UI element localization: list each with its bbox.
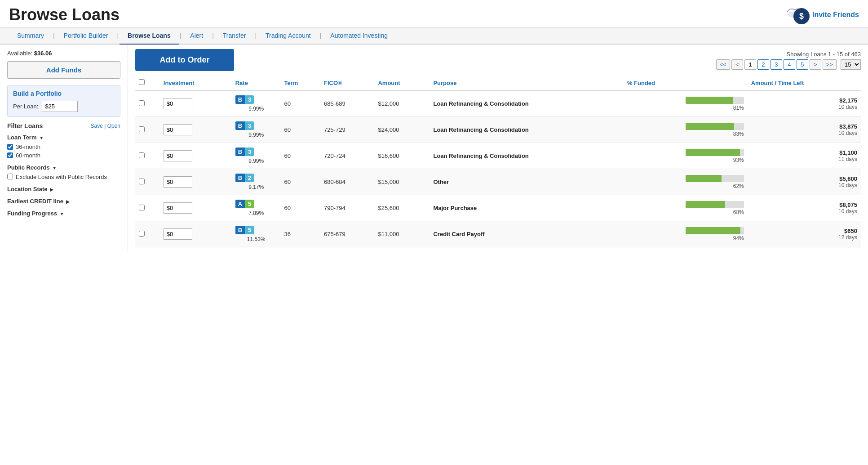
fico-cell-1: 725-729 <box>320 117 374 143</box>
location-state-arrow: ▶ <box>50 187 53 192</box>
rate-pct-0: 9.99% <box>235 106 277 112</box>
purpose-text-4: Major Purchase <box>433 205 477 211</box>
add-funds-button[interactable]: Add Funds <box>7 61 120 79</box>
page-5[interactable]: 5 <box>797 59 808 70</box>
row-checkbox-input-3[interactable] <box>139 179 145 184</box>
public-records-arrow: ▼ <box>52 165 57 170</box>
term-60-label: 60-month <box>16 152 40 159</box>
nav-alert[interactable]: Alert <box>182 27 211 45</box>
amount-cell-5: $11,000 <box>374 221 430 247</box>
page-next-next[interactable]: >> <box>823 59 837 70</box>
investment-input-5[interactable] <box>164 228 192 240</box>
term-36-label: 36-month <box>16 143 40 150</box>
select-all-checkbox[interactable] <box>139 79 145 85</box>
investment-cell-1 <box>160 117 232 143</box>
row-checkbox-input-1[interactable] <box>139 126 145 132</box>
available-label: Available: <box>7 50 32 57</box>
term-60-checkbox[interactable] <box>7 152 13 158</box>
funding-progress-label[interactable]: Funding Progress ▼ <box>7 210 120 217</box>
investment-input-4[interactable] <box>164 202 192 214</box>
main-nav: Summary | Portfolio Builder | Browse Loa… <box>0 27 868 45</box>
amount-time-cell-4: $8,07510 days <box>748 195 861 221</box>
investment-input-1[interactable] <box>164 124 192 135</box>
row-checkbox-input-2[interactable] <box>139 152 145 158</box>
row-checkbox-input-4[interactable] <box>139 205 145 210</box>
invite-friends-area: $ Invite Friends <box>786 5 859 24</box>
purpose-cell-3: Other <box>430 169 623 195</box>
filter-loans-title: Filter Loans <box>7 122 43 130</box>
per-loan-input[interactable] <box>42 101 78 112</box>
rate-pct-5: 11.53% <box>235 236 277 242</box>
funded-cell-1: 83% <box>624 117 748 143</box>
exclude-public-records-row: Exclude Loans with Public Records <box>7 174 120 180</box>
page-prev-prev[interactable]: << <box>716 59 730 70</box>
row-checkbox-input-0[interactable] <box>139 100 145 106</box>
purpose-text-0: Loan Refinancing & Consolidation <box>433 100 528 107</box>
nav-summary[interactable]: Summary <box>9 27 52 45</box>
table-header-row: Investment Rate Term FICO® Amount Purpos… <box>135 76 861 90</box>
content-area: Available: $36.06 Add Funds Build a Port… <box>0 45 868 252</box>
row-checkbox-1 <box>135 117 160 143</box>
pagination-area: Showing Loans 1 - 15 of 463 << < 1 2 3 4… <box>716 51 861 70</box>
col-rate[interactable]: Rate <box>232 76 281 90</box>
investment-input-2[interactable] <box>164 150 192 161</box>
page-next[interactable]: > <box>810 59 821 70</box>
main-content: Add to Order Showing Loans 1 - 15 of 463… <box>128 45 868 252</box>
grade-number-0: 3 <box>245 95 254 104</box>
nav-transfer[interactable]: Transfer <box>215 27 254 45</box>
amount-left-5: $650 <box>751 228 857 234</box>
loan-term-label[interactable]: Loan Term ▼ <box>7 134 120 141</box>
term-36-checkbox[interactable] <box>7 144 13 150</box>
per-loan-label: Per Loan: <box>13 103 38 110</box>
fico-cell-3: 680-684 <box>320 169 374 195</box>
amount-cell-3: $15,000 <box>374 169 430 195</box>
purpose-text-5: Credit Card Payoff <box>433 231 484 237</box>
time-left-1: 10 days <box>751 130 857 136</box>
filter-location-state: Location State ▶ <box>7 186 120 192</box>
col-amount-time[interactable]: Amount / Time Left <box>748 76 861 90</box>
exclude-public-records-checkbox[interactable] <box>7 174 13 179</box>
grade-number-3: 2 <box>245 174 254 182</box>
investment-input-0[interactable] <box>164 98 192 109</box>
public-records-label[interactable]: Public Records ▼ <box>7 164 120 171</box>
nav-automated-investing[interactable]: Automated Investing <box>322 27 396 45</box>
page-prev[interactable]: < <box>731 59 743 70</box>
col-term: Term <box>281 76 320 90</box>
row-checkbox-input-5[interactable] <box>139 231 145 237</box>
nav-sep-6: | <box>319 32 323 39</box>
per-page-select[interactable]: 15 25 50 <box>841 59 861 70</box>
invite-friends-link[interactable]: Invite Friends <box>812 11 859 19</box>
term-cell-0: 60 <box>281 90 320 117</box>
table-row: B39.99%60725-729$24,000Loan Refinancing … <box>135 117 861 143</box>
page-4[interactable]: 4 <box>784 59 795 70</box>
table-row: B29.17%60680-684$15,000Other62%$5,60010 … <box>135 169 861 195</box>
sidebar: Available: $36.06 Add Funds Build a Port… <box>0 45 128 252</box>
page-2[interactable]: 2 <box>757 59 769 70</box>
filter-funding-progress: Funding Progress ▼ <box>7 210 120 217</box>
purpose-text-1: Loan Refinancing & Consolidation <box>433 126 528 133</box>
nav-sep-3: | <box>179 32 182 39</box>
page-3[interactable]: 3 <box>771 59 782 70</box>
save-link[interactable]: Save <box>90 123 102 129</box>
term-cell-3: 60 <box>281 169 320 195</box>
earliest-credit-line-label[interactable]: Earliest CREDIT line ▶ <box>7 198 120 205</box>
page-header: Browse Loans $ Invite Friends <box>0 0 868 27</box>
amount-time-cell-2: $1,10011 days <box>748 143 861 169</box>
nav-browse-loans[interactable]: Browse Loans <box>120 27 179 45</box>
funded-pct-5: 94% <box>733 235 744 241</box>
nav-portfolio-builder[interactable]: Portfolio Builder <box>56 27 116 45</box>
open-link[interactable]: Open <box>107 123 120 129</box>
loan-term-arrow: ▼ <box>39 135 44 140</box>
amount-left-3: $5,600 <box>751 175 857 182</box>
loans-table: Investment Rate Term FICO® Amount Purpos… <box>135 76 861 247</box>
add-to-order-button[interactable]: Add to Order <box>135 49 234 71</box>
funded-cell-0: 81% <box>624 90 748 117</box>
investment-input-3[interactable] <box>164 176 192 188</box>
location-state-label[interactable]: Location State ▶ <box>7 186 120 192</box>
save-open-links[interactable]: Save | Open <box>90 123 120 129</box>
purpose-cell-2: Loan Refinancing & Consolidation <box>430 143 623 169</box>
fico-cell-2: 720-724 <box>320 143 374 169</box>
purpose-cell-0: Loan Refinancing & Consolidation <box>430 90 623 117</box>
term-cell-2: 60 <box>281 143 320 169</box>
nav-trading-account[interactable]: Trading Account <box>257 27 319 45</box>
